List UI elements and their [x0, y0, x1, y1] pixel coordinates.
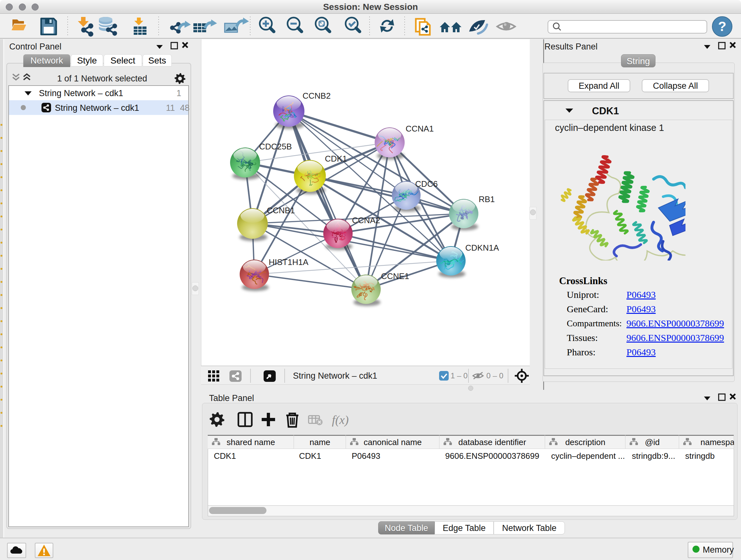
svg-text:CDKN1A: CDKN1A [465, 243, 499, 253]
svg-text:CCNB1: CCNB1 [267, 206, 295, 215]
svg-text:CCNA2: CCNA2 [352, 215, 380, 225]
svg-text:f(x): f(x) [332, 413, 349, 427]
svg-text:CCNE1: CCNE1 [381, 271, 409, 281]
svg-text:CCNB2: CCNB2 [302, 91, 331, 101]
svg-text:1 – 0: 1 – 0 [451, 371, 468, 380]
svg-text:CDC6: CDC6 [415, 179, 438, 189]
svg-text:CCNA1: CCNA1 [406, 124, 434, 133]
svg-text:0 – 0: 0 – 0 [486, 371, 503, 380]
svg-text:?: ? [718, 19, 726, 34]
svg-text:CDC25B: CDC25B [259, 142, 292, 151]
svg-text:HIST1H1A: HIST1H1A [269, 257, 309, 267]
svg-text:String Network – cdk1: String Network – cdk1 [293, 371, 377, 381]
svg-text:RB1: RB1 [479, 194, 495, 204]
svg-text:CDK1: CDK1 [325, 154, 347, 164]
